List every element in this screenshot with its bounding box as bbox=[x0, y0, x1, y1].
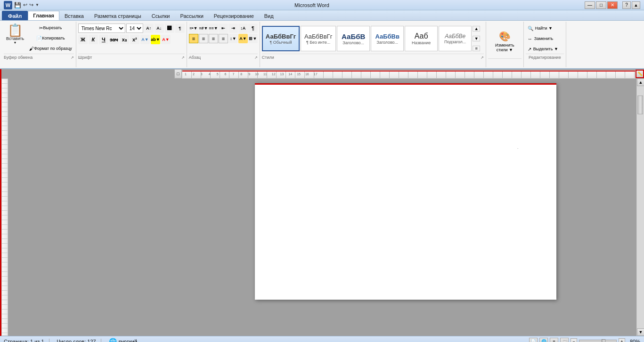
maximize-btn[interactable]: □ bbox=[596, 1, 606, 9]
line-spacing-btn[interactable]: ↕▼ bbox=[228, 34, 238, 43]
tab-view[interactable]: Вид bbox=[259, 11, 279, 20]
quick-dropdown-btn[interactable]: ▼ bbox=[35, 3, 39, 7]
ruler-toggle-button[interactable]: 📏 bbox=[636, 70, 644, 78]
grow-font-btn[interactable]: A↑ bbox=[144, 24, 154, 33]
status-language[interactable]: 🌐 русский bbox=[109, 338, 137, 342]
doc-center: · bbox=[174, 79, 636, 336]
change-styles-btn[interactable]: Изменитьстили ▼ bbox=[495, 43, 514, 52]
styles-expand-btn[interactable]: ↗ bbox=[481, 56, 484, 60]
tab-home[interactable]: Главная bbox=[28, 11, 59, 20]
find-btn[interactable]: 🔍 Найти ▼ bbox=[526, 24, 564, 33]
bold-btn[interactable]: Ж bbox=[78, 35, 88, 44]
text-effects-btn[interactable]: A▼ bbox=[140, 35, 150, 44]
scroll-down-btn[interactable]: ▼ bbox=[637, 328, 644, 336]
view-btn-draft[interactable]: 📰 bbox=[560, 338, 569, 342]
zoom-slider-thumb[interactable] bbox=[602, 339, 605, 342]
tab-insert[interactable]: Вставка bbox=[59, 11, 89, 20]
style-heading1[interactable]: АаБбВ Заголово... bbox=[337, 26, 370, 51]
list-ordered-btn[interactable]: ≡#▼ bbox=[199, 24, 208, 33]
align-center-btn[interactable]: ≡ bbox=[199, 34, 208, 43]
zoom-slider-track[interactable] bbox=[579, 340, 617, 342]
styles-down-icon[interactable]: ▼ bbox=[473, 36, 480, 41]
style-subtitle[interactable]: АаБбВе Подзагол... bbox=[439, 26, 472, 51]
cut-button[interactable]: ✂ Вырезать bbox=[27, 23, 74, 32]
tab-review[interactable]: Рецензирование bbox=[209, 11, 259, 20]
underline-btn[interactable]: Ч bbox=[99, 35, 108, 44]
select-btn[interactable]: ↗ Выделить ▼ bbox=[526, 44, 564, 54]
help-btn[interactable]: ? bbox=[622, 1, 631, 9]
sort-btn[interactable]: ↕A bbox=[238, 24, 248, 33]
styles-label: Стили ↗ bbox=[262, 54, 484, 60]
multilevel-list-btn[interactable]: ≡≡▼ bbox=[209, 24, 218, 33]
view-btn-print[interactable]: 📄 bbox=[529, 338, 538, 342]
copy-button[interactable]: 📄 Копировать bbox=[27, 33, 74, 43]
tab-file[interactable]: Файл bbox=[2, 11, 28, 20]
scroll-track[interactable] bbox=[637, 86, 644, 328]
shrink-font-btn[interactable]: A↓ bbox=[155, 24, 164, 33]
indent-increase-btn[interactable]: ⇥ bbox=[228, 24, 238, 33]
align-right-btn[interactable]: ≡ bbox=[209, 34, 218, 43]
ruler-corner-btn[interactable]: □ bbox=[174, 69, 182, 79]
replace-btn[interactable]: ↔ Заменить bbox=[526, 34, 564, 43]
paragraph-expand-icon[interactable]: ↗ bbox=[254, 56, 258, 60]
style-no-spacing[interactable]: АаБбВвГг ¶ Без инте... bbox=[301, 26, 336, 51]
quick-undo-btn[interactable]: ↩ bbox=[23, 2, 27, 8]
page-content[interactable]: · bbox=[255, 85, 556, 287]
quick-save-btn[interactable]: 💾 bbox=[14, 2, 21, 8]
shading-btn[interactable]: A▼ bbox=[238, 34, 248, 43]
zoom-minus-btn[interactable]: − bbox=[571, 338, 577, 342]
font-expand-icon[interactable]: ↗ bbox=[181, 56, 185, 60]
vertical-scrollbar[interactable]: ▲ ▼ bbox=[636, 79, 644, 336]
view-btn-web[interactable]: 🌐 bbox=[539, 338, 548, 342]
font-size-select[interactable]: 14 12 16 18 bbox=[126, 24, 143, 33]
clear-format-btn[interactable]: 🅰 bbox=[165, 24, 174, 33]
subscript-btn[interactable]: x₂ bbox=[120, 35, 129, 44]
show-para-btn[interactable]: ¶ bbox=[248, 24, 258, 33]
strikethrough-btn[interactable]: зач bbox=[109, 35, 119, 44]
change-styles-label bbox=[488, 58, 522, 60]
window-controls: — □ ✕ ? ▲ bbox=[585, 1, 640, 9]
doc-scroll-area[interactable]: · ▲ ▼ bbox=[174, 79, 644, 336]
styles-up-icon[interactable]: ▲ bbox=[473, 26, 480, 32]
align-justify-btn[interactable]: ≡ bbox=[219, 34, 228, 43]
document-page[interactable]: · bbox=[255, 83, 556, 300]
tab-mailings[interactable]: Рассылки bbox=[175, 11, 208, 20]
paragraph-label: Абзац ↗ bbox=[189, 54, 258, 60]
clipboard-group: 📋 Вставить ▼ ✂ Вырезать 📄 Копировать 🖌 Ф… bbox=[2, 22, 76, 67]
superscript-btn[interactable]: x² bbox=[130, 35, 139, 44]
zoom-percent[interactable]: 80% bbox=[627, 339, 640, 342]
format-painter-button[interactable]: 🖌 Формат по образцу bbox=[27, 44, 74, 53]
show-hide-btn[interactable]: ¶ bbox=[175, 24, 185, 33]
paste-dropdown[interactable]: ▼ bbox=[14, 41, 17, 44]
italic-btn[interactable]: К bbox=[89, 35, 98, 44]
styles-expand-icon[interactable]: ≡ bbox=[473, 46, 480, 51]
style-heading2[interactable]: АаБбВв Заголово... bbox=[371, 26, 404, 51]
style-normal[interactable]: АаБбВвГг ¶ Обычный bbox=[262, 26, 300, 51]
styles-more-btn[interactable]: ▲ ▼ ≡ bbox=[473, 26, 480, 51]
styles-gallery: АаБбВвГг ¶ Обычный АаБбВвГг ¶ Без инте..… bbox=[262, 23, 484, 54]
scroll-thumb[interactable] bbox=[637, 95, 643, 114]
font-color-btn[interactable]: A▼ bbox=[161, 35, 171, 44]
tab-references[interactable]: Ссылки bbox=[147, 11, 175, 20]
ribbon-collapse-btn[interactable]: ▲ bbox=[632, 1, 640, 9]
left-panel bbox=[0, 69, 174, 336]
cursor-dot: · bbox=[517, 146, 519, 151]
scroll-up-btn[interactable]: ▲ bbox=[637, 79, 644, 86]
highlight-btn[interactable]: ab▼ bbox=[151, 35, 160, 44]
style-title[interactable]: Ааб Название bbox=[405, 26, 438, 51]
paste-button[interactable]: 📋 Вставить ▼ bbox=[4, 23, 26, 54]
editing-label: Редактирование bbox=[526, 54, 564, 60]
close-btn[interactable]: ✕ bbox=[607, 1, 618, 9]
align-left-btn[interactable]: ≡ bbox=[189, 34, 198, 43]
indent-decrease-btn[interactable]: ⇤ bbox=[219, 24, 228, 33]
clipboard-expand-icon[interactable]: ↗ bbox=[71, 56, 74, 60]
zoom-plus-btn[interactable]: + bbox=[619, 338, 625, 342]
font-name-select[interactable]: Times New Rc Arial Calibri bbox=[78, 24, 125, 33]
view-btn-outline[interactable]: ≡ bbox=[550, 338, 558, 342]
tab-page-layout[interactable]: Разметка страницы bbox=[89, 11, 147, 20]
minimize-btn[interactable]: — bbox=[585, 1, 595, 9]
clipboard-group-content: 📋 Вставить ▼ ✂ Вырезать 📄 Копировать 🖌 Ф… bbox=[4, 23, 74, 54]
border-btn[interactable]: ⊞▼ bbox=[248, 34, 258, 43]
list-unordered-btn[interactable]: ≡•▼ bbox=[189, 24, 198, 33]
quick-redo-btn[interactable]: ↪ bbox=[29, 2, 33, 8]
